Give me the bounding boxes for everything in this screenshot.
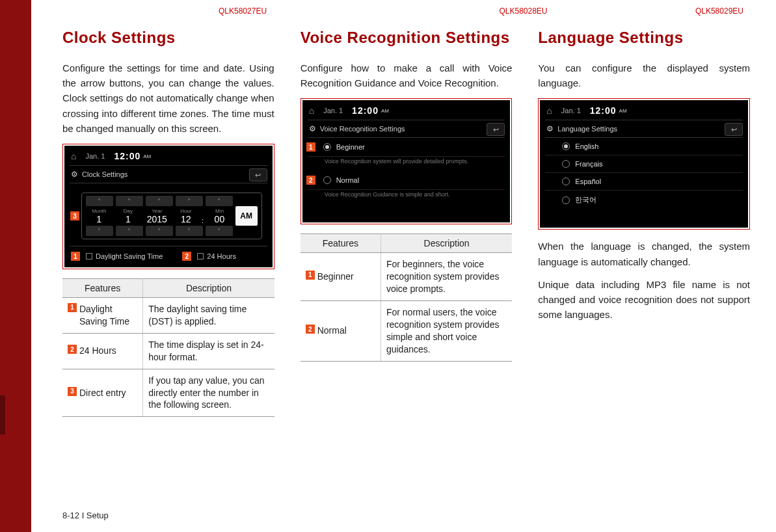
arrow-down[interactable]: ˅ [206,226,233,236]
th-description: Description [143,279,274,298]
vr-option-beginner[interactable]: 1 Beginner [308,138,505,157]
home-icon: ⌂ [71,151,76,161]
callout-2: 2 [182,252,191,261]
callout-3: 3 [70,211,79,220]
desc-language-2: When the language is changed, the system… [538,239,750,269]
desc-voice: Configure how to make a call with Voice … [301,60,513,91]
arrow-up[interactable]: ˄ [116,196,143,206]
table-row: 1Beginner For beginners, the voice recog… [301,253,513,301]
vr-sub-2: Voice Recognition Guidance is simple and… [308,190,505,204]
home-icon: ⌂ [309,105,314,116]
day-cell[interactable]: Day1 [115,207,142,226]
page-content: QLK58027EU QLK58028EU QLK58029EU Clock S… [31,0,776,532]
callout-2: 2 [306,176,315,185]
status-time: 12:00 [114,151,140,161]
gear-icon: ⚙ [546,124,554,133]
code-1: QLK58027EU [219,7,267,16]
table-voice: FeaturesDescription 1Beginner For beginn… [301,233,513,361]
desc-language-1: You can configure the displayed system l… [538,60,750,91]
col-language: Language Settings You can configure the … [538,29,750,417]
status-bar: ⌂ Jan. 1 12:00 AM [545,104,743,120]
screen-title: ⚙ Clock Settings ↩ [70,165,267,183]
status-bar: ⌂ Jan. 1 12:00 AM [70,150,267,165]
table-row: 1Daylight Saving Time The daylight savin… [62,298,274,334]
radio-icon [562,160,570,168]
screenshot-voice: ⌂ Jan. 1 12:00 AM ⚙ Voice Recognition Se… [301,98,513,224]
min-cell[interactable]: Min00 [206,207,233,226]
lang-english[interactable]: English [545,138,743,155]
month-cell[interactable]: Month1 [86,207,113,226]
ampm-toggle[interactable]: AM [235,206,258,226]
code-2: QLK58028EU [499,7,547,16]
radio-icon [562,178,570,185]
lang-korean[interactable]: 한국어 [545,191,743,209]
status-ampm: AM [143,153,151,159]
screen-title-text: Clock Settings [82,170,127,178]
lang-espanol[interactable]: Español [545,173,743,191]
table-row: 224 Hours The time display is set in 24-… [62,333,274,369]
heading-language: Language Settings [538,29,750,47]
screenshot-language: ⌂ Jan. 1 12:00 AM ⚙ Language Settings ↩ … [538,98,750,230]
status-date: Jan. 1 [85,152,105,160]
arrow-down[interactable]: ˅ [86,226,113,236]
hour-cell[interactable]: Hour12 [173,207,200,226]
callout-1: 1 [71,252,80,261]
screen-title: ⚙ Language Settings ↩ [545,120,743,138]
back-button[interactable]: ↩ [487,123,505,136]
24h-checkbox[interactable]: 2 24 Hours [182,252,236,261]
back-button[interactable]: ↩ [725,123,743,136]
col-voice: Voice Recognition Settings Configure how… [301,29,513,417]
arrow-up[interactable]: ˄ [146,196,173,206]
screen-title: ⚙ Voice Recognition Settings ↩ [308,120,505,138]
arrow-down[interactable]: ˅ [146,226,173,236]
col-clock: Clock Settings Configure the settings fo… [62,29,274,417]
desc-language-3: Unique data including MP3 file name is n… [538,277,750,323]
page-footer: 8-12 I Setup [62,511,109,520]
side-accent [0,0,31,532]
desc-clock: Configure the settings for time and date… [62,60,274,136]
dst-checkbox[interactable]: 1 Daylight Saving Time [71,252,163,261]
table-row: 3Direct entry If you tap any value, you … [62,369,274,417]
arrow-down[interactable]: ˅ [176,226,203,236]
reference-codes: QLK58027EU QLK58028EU QLK58029EU [62,7,750,16]
th-features: Features [62,279,143,298]
radio-icon [562,196,570,204]
radio-icon [323,143,331,151]
table-clock: FeaturesDescription 1Daylight Saving Tim… [62,278,274,417]
lang-francais[interactable]: Français [545,155,743,173]
gear-icon: ⚙ [309,124,316,133]
radio-icon [323,176,331,184]
back-button[interactable]: ↩ [249,168,267,181]
heading-voice: Voice Recognition Settings [301,29,513,47]
table-row: 2Normal For normal users, the voice reco… [301,300,513,361]
radio-icon [562,142,570,150]
heading-clock: Clock Settings [62,29,274,47]
status-bar: ⌂ Jan. 1 12:00 AM [308,104,505,120]
arrow-down[interactable]: ˅ [116,226,143,236]
gear-icon: ⚙ [71,170,78,179]
home-icon: ⌂ [546,105,552,116]
vr-sub-1: Voice Recognition system will provide de… [308,157,505,171]
callout-1: 1 [306,142,315,152]
arrow-up[interactable]: ˄ [206,196,233,206]
vr-option-normal[interactable]: 2 Normal [308,171,505,190]
code-3: QLK58029EU [695,7,743,16]
screenshot-clock: ⌂ Jan. 1 12:00 AM ⚙ Clock Settings ↩ 3 ˄ [62,144,274,269]
arrow-up[interactable]: ˄ [86,196,113,206]
arrow-up[interactable]: ˄ [176,196,203,206]
clock-editor: 3 ˄ ˄ ˄ ˄ ˄ Month1 Day1 Year2015 [81,193,262,239]
year-cell[interactable]: Year2015 [144,207,170,226]
